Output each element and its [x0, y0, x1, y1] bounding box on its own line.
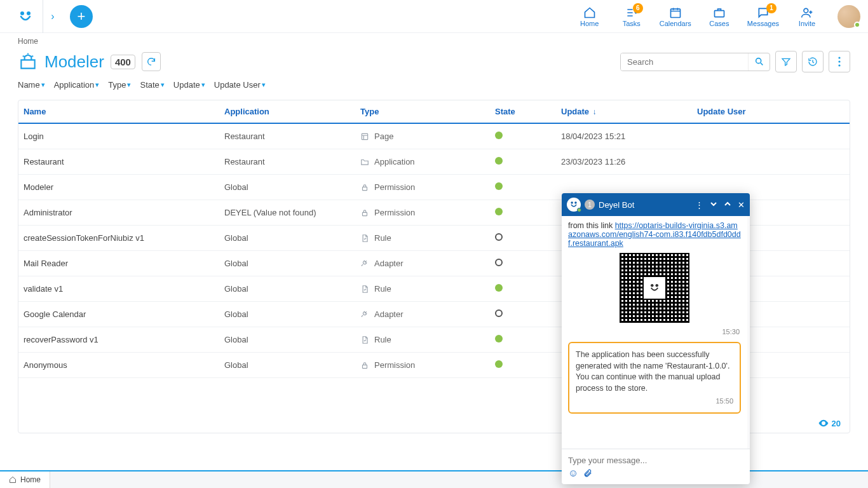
filter-state[interactable]: State▾ — [140, 80, 164, 90]
svg-point-13 — [571, 201, 573, 204]
svg-point-5 — [756, 58, 761, 64]
briefcase-icon — [713, 6, 726, 20]
nav-cases[interactable]: Cases — [705, 6, 733, 27]
nav-messages[interactable]: 1 Messages — [747, 6, 779, 27]
eye-icon — [818, 417, 829, 429]
chat-menu[interactable]: ⋮ — [695, 200, 703, 210]
nav-home[interactable]: Home — [576, 6, 604, 27]
nav-label: Messages — [747, 20, 779, 27]
tasks-badge: 6 — [633, 3, 643, 13]
svg-point-16 — [656, 284, 659, 287]
col-application[interactable]: Application — [224, 107, 360, 116]
search-button[interactable] — [748, 53, 770, 71]
app-logo[interactable] — [8, 0, 43, 33]
svg-point-8 — [838, 64, 840, 66]
lock-icon — [360, 361, 370, 370]
taskbar-home[interactable]: Home — [0, 471, 50, 488]
filter-name[interactable]: Name▾ — [18, 80, 45, 90]
col-state[interactable]: State — [495, 107, 561, 116]
refresh-button[interactable] — [142, 52, 161, 71]
qr-code — [620, 253, 689, 323]
nav-label: Home — [580, 20, 599, 27]
col-type[interactable]: Type — [360, 107, 495, 116]
lock-icon — [360, 208, 370, 217]
page-title: Modeler — [44, 52, 104, 72]
chat-unread-badge: 1 — [585, 200, 595, 210]
nav-label: Calendars — [660, 20, 691, 27]
nav-label: Tasks — [623, 20, 641, 27]
lock-icon — [360, 183, 370, 192]
svg-rect-12 — [363, 365, 367, 368]
plus-icon: + — [78, 8, 86, 25]
page-icon — [360, 132, 370, 141]
more-button[interactable] — [829, 51, 850, 72]
svg-rect-9 — [362, 133, 367, 139]
table-row[interactable]: RestaurantRestaurantApplication23/03/202… — [18, 149, 850, 175]
history-button[interactable] — [802, 51, 824, 72]
state-indicator — [495, 284, 503, 292]
count-badge: 400 — [111, 55, 135, 69]
visible-count: 20 — [818, 417, 841, 429]
invite-icon — [801, 6, 813, 20]
svg-rect-10 — [363, 187, 367, 190]
nav-invite[interactable]: Invite — [793, 6, 821, 27]
nav-calendars[interactable]: Calendars — [660, 6, 691, 27]
svg-point-6 — [838, 57, 840, 58]
home-icon — [9, 476, 17, 484]
nav-tasks[interactable]: 6 Tasks — [618, 6, 646, 27]
state-indicator — [495, 233, 503, 241]
chat-widget: 1 Deyel Bot ⋮ ✕ from this link https://o… — [562, 193, 750, 484]
modeler-icon — [18, 51, 38, 72]
breadcrumb[interactable]: Home — [0, 33, 868, 50]
filter-update-user[interactable]: Update User▾ — [214, 80, 266, 90]
svg-point-14 — [574, 201, 577, 204]
filter-type[interactable]: Type▾ — [108, 80, 131, 90]
search-input[interactable] — [621, 53, 748, 71]
svg-rect-2 — [670, 9, 680, 17]
filter-application[interactable]: Application▾ — [54, 80, 100, 90]
col-name[interactable]: Name — [24, 107, 224, 116]
chat-timestamp: 15:30 — [569, 328, 740, 336]
state-indicator — [495, 132, 503, 139]
sort-desc-icon: ↓ — [590, 107, 596, 116]
user-avatar[interactable] — [837, 5, 860, 28]
frog-icon — [18, 9, 33, 24]
nav-label: Invite — [799, 20, 815, 27]
expand-sidebar[interactable]: › — [43, 11, 62, 22]
chat-timestamp: 15:50 — [576, 396, 733, 406]
frog-icon — [648, 281, 661, 295]
presence-dot — [854, 22, 860, 28]
col-update-user[interactable]: Update User — [697, 107, 844, 116]
filter-button[interactable] — [775, 51, 797, 72]
svg-point-4 — [804, 8, 808, 13]
state-indicator — [495, 259, 503, 266]
home-icon — [583, 6, 596, 20]
create-button[interactable]: + — [70, 5, 93, 28]
rule-icon — [360, 336, 370, 344]
chat-input[interactable] — [568, 453, 743, 468]
calendar-icon — [669, 6, 682, 20]
svg-point-7 — [838, 60, 840, 62]
chat-min[interactable] — [710, 200, 717, 210]
svg-point-15 — [651, 284, 654, 287]
chat-expand[interactable] — [724, 200, 731, 210]
chat-title: Deyel Bot — [599, 200, 634, 210]
bot-avatar — [567, 198, 581, 212]
nav-label: Cases — [709, 20, 729, 27]
svg-point-1 — [27, 11, 31, 15]
chat-message: from this link https://optaris-builds-vi… — [568, 221, 741, 248]
rule-icon — [360, 234, 370, 243]
state-indicator — [495, 208, 503, 215]
adapter-icon — [360, 310, 370, 319]
chat-close[interactable]: ✕ — [738, 200, 745, 210]
table-row[interactable]: LoginRestaurantPage18/04/2023 15:21 — [18, 124, 850, 149]
state-indicator — [495, 335, 503, 342]
messages-badge: 1 — [766, 3, 776, 13]
emoji-button[interactable]: ☺ — [568, 468, 578, 479]
filter-update[interactable]: Update▾ — [173, 80, 205, 90]
attach-button[interactable] — [583, 468, 592, 479]
state-indicator — [495, 157, 503, 165]
state-indicator — [495, 182, 503, 190]
col-update[interactable]: Update ↓ — [561, 107, 697, 116]
state-indicator — [495, 309, 503, 317]
